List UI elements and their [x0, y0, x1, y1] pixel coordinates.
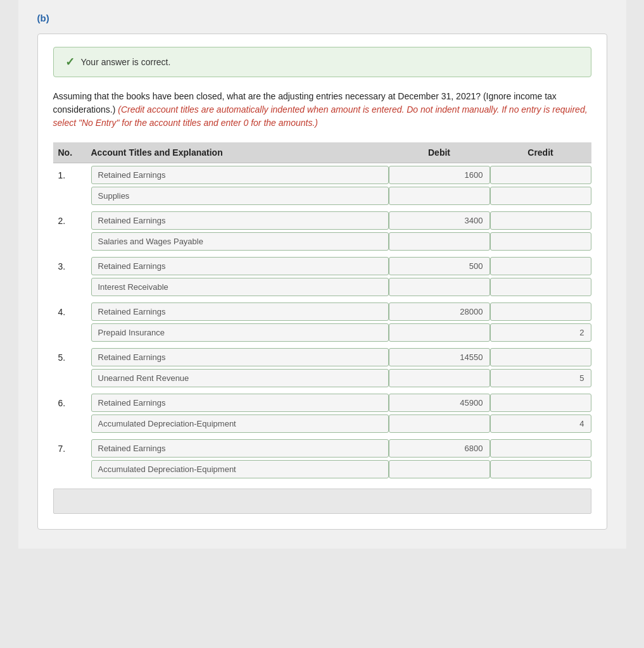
credit-input[interactable] [490, 414, 591, 433]
header-credit: Credit [490, 147, 591, 158]
entry-row: 3. [53, 257, 591, 275]
row-number: 3. [53, 261, 91, 271]
credit-input[interactable] [490, 394, 591, 412]
credit-input[interactable] [490, 323, 591, 342]
entry-row [53, 460, 591, 478]
entry-row [53, 369, 591, 387]
credit-input[interactable] [490, 211, 591, 230]
account-title-input[interactable] [91, 187, 389, 205]
debit-input[interactable] [389, 257, 490, 275]
check-icon: ✓ [65, 55, 75, 69]
debit-input[interactable] [389, 369, 490, 387]
account-title-input[interactable] [91, 166, 389, 184]
account-title-input[interactable] [91, 302, 389, 321]
entry-row [53, 323, 591, 342]
entry-row: 6. [53, 394, 591, 412]
entry-group-1: 1. [53, 166, 591, 205]
account-title-input[interactable] [91, 278, 389, 296]
entries-container: 1.2.3.4.5.6.7. [53, 166, 591, 478]
debit-input[interactable] [389, 278, 490, 296]
success-text: Your answer is correct. [81, 57, 171, 67]
debit-input[interactable] [389, 439, 490, 458]
entry-row: 1. [53, 166, 591, 184]
credit-input[interactable] [490, 187, 591, 205]
debit-input[interactable] [389, 414, 490, 433]
account-title-input[interactable] [91, 439, 389, 458]
credit-input[interactable] [490, 166, 591, 184]
credit-input[interactable] [490, 232, 591, 251]
entry-row: 5. [53, 348, 591, 366]
credit-input[interactable] [490, 257, 591, 275]
header-debit: Debit [389, 147, 490, 158]
table-header: No. Account Titles and Explanation Debit… [53, 142, 591, 163]
instruction-block: Assuming that the books have been closed… [53, 90, 591, 130]
main-card: ✓ Your answer is correct. Assuming that … [37, 34, 607, 530]
debit-input[interactable] [389, 348, 490, 366]
account-title-input[interactable] [91, 232, 389, 251]
debit-input[interactable] [389, 232, 490, 251]
entry-row [53, 232, 591, 251]
bottom-bar [53, 489, 591, 514]
section-label: (b) [37, 13, 607, 23]
account-title-input[interactable] [91, 414, 389, 433]
debit-input[interactable] [389, 323, 490, 342]
entry-row: 4. [53, 302, 591, 321]
header-no: No. [53, 147, 91, 158]
row-number: 4. [53, 307, 91, 317]
account-title-input[interactable] [91, 348, 389, 366]
entry-group-2: 2. [53, 211, 591, 251]
entry-group-3: 3. [53, 257, 591, 296]
credit-input[interactable] [490, 278, 591, 296]
entry-group-6: 6. [53, 394, 591, 433]
row-number: 5. [53, 352, 91, 363]
entry-row: 2. [53, 211, 591, 230]
account-title-input[interactable] [91, 323, 389, 342]
debit-input[interactable] [389, 394, 490, 412]
debit-input[interactable] [389, 211, 490, 230]
instruction-red: (Credit account titles are automatically… [53, 104, 588, 128]
debit-input[interactable] [389, 187, 490, 205]
entry-row [53, 414, 591, 433]
debit-input[interactable] [389, 302, 490, 321]
credit-input[interactable] [490, 369, 591, 387]
entry-group-7: 7. [53, 439, 591, 478]
credit-input[interactable] [490, 302, 591, 321]
debit-input[interactable] [389, 460, 490, 478]
row-number: 6. [53, 398, 91, 408]
header-account: Account Titles and Explanation [91, 147, 389, 158]
success-banner: ✓ Your answer is correct. [53, 47, 591, 77]
account-title-input[interactable] [91, 211, 389, 230]
entry-row [53, 278, 591, 296]
credit-input[interactable] [490, 348, 591, 366]
account-title-input[interactable] [91, 257, 389, 275]
debit-input[interactable] [389, 166, 490, 184]
row-number: 2. [53, 216, 91, 226]
account-title-input[interactable] [91, 394, 389, 412]
row-number: 1. [53, 170, 91, 180]
entry-row: 7. [53, 439, 591, 458]
entry-group-4: 4. [53, 302, 591, 342]
credit-input[interactable] [490, 439, 591, 458]
entry-row [53, 187, 591, 205]
entry-group-5: 5. [53, 348, 591, 387]
account-title-input[interactable] [91, 460, 389, 478]
row-number: 7. [53, 444, 91, 454]
credit-input[interactable] [490, 460, 591, 478]
account-title-input[interactable] [91, 369, 389, 387]
